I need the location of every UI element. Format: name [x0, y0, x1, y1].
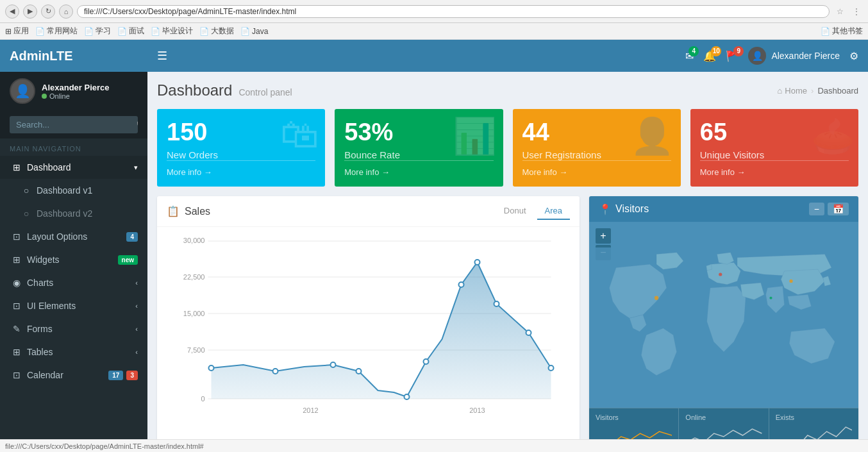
sales-box-header: 📋 Sales Donut Area: [157, 196, 580, 227]
header-user-menu[interactable]: 👤 Alexander Pierce: [748, 47, 840, 65]
reload-button[interactable]: ↻: [41, 4, 55, 19]
breadcrumb: ⌂ Home › Dashboard: [778, 86, 859, 96]
bookmark-common[interactable]: 📄 常用网站: [35, 26, 78, 37]
sales-box: 📋 Sales Donut Area 30,000 22,500: [157, 196, 580, 439]
status-url: file:///C:/Users/cxx/Desktop/page/AdminL…: [5, 442, 204, 450]
charts-chevron: ‹: [135, 279, 138, 287]
svg-text:2013: 2013: [469, 406, 485, 414]
sales-title-text: Sales: [185, 206, 210, 217]
visitors-title-text: Visitors: [615, 203, 649, 215]
bookmark-star[interactable]: ☆: [833, 5, 846, 18]
home-button[interactable]: ⌂: [59, 4, 73, 19]
forms-label: Forms: [27, 324, 53, 334]
orders-more-info[interactable]: More info →: [167, 160, 315, 177]
breadcrumb-home[interactable]: ⌂ Home: [778, 86, 808, 96]
svg-text:22,500: 22,500: [183, 273, 205, 281]
sales-box-title: 📋 Sales: [167, 205, 210, 217]
data-point: [331, 362, 336, 367]
bookmark-apps[interactable]: ⊞ 应用: [5, 26, 29, 37]
data-point: [549, 365, 554, 371]
settings-button[interactable]: ⚙: [849, 50, 858, 62]
data-point: [209, 365, 214, 371]
visitors-icon: 🥧: [811, 119, 855, 154]
bookmarks-bar: ⊞ 应用 📄 常用网站 📄 学习 📄 面试 📄 毕业设计 📄 大数据 📄 Jav…: [0, 23, 868, 40]
orders-icon: 🛍: [280, 115, 319, 154]
online-sparkline: [685, 424, 762, 439]
sidebar-item-forms[interactable]: ✎ Forms ‹: [0, 317, 147, 340]
address-bar[interactable]: file:///C:/Users/cxx/Desktop/page/AdminL…: [77, 5, 830, 18]
sidebar-item-charts[interactable]: ◉ Charts ‹: [0, 271, 147, 294]
bookmark-study[interactable]: 📄 学习: [84, 26, 111, 37]
sidebar-item-dashboard-v1[interactable]: ○ Dashboard v1: [0, 179, 147, 202]
visitors-minimize-button[interactable]: −: [809, 203, 824, 215]
sidebar-user-info: Alexander Pierce Online: [42, 83, 110, 100]
widgets-icon: ⊞: [12, 255, 22, 265]
dashboard-v1-icon: ○: [21, 185, 31, 196]
header: ☰ ✉ 4 🔔 10 🚩 9 👤 Alexander Pierce: [147, 40, 868, 72]
registrations-more-info[interactable]: More info →: [522, 160, 671, 177]
page-subtitle: Control panel: [238, 87, 292, 97]
ui-chevron: ‹: [135, 302, 138, 310]
sidebar-item-widgets[interactable]: ⊞ Widgets new: [0, 248, 147, 271]
visitors-tools: − 📅: [809, 203, 849, 215]
sidebar-item-dashboard[interactable]: ⊞ Dashboard ▾: [0, 156, 147, 179]
svg-point-16: [769, 297, 772, 299]
charts-icon: ◉: [12, 278, 22, 288]
layout-badge: 4: [126, 232, 138, 242]
back-button[interactable]: ◀: [5, 4, 19, 19]
breadcrumb-current: Dashboard: [817, 86, 858, 96]
visitors-sparkline: [596, 424, 672, 439]
stat-box-visitors: 65 Unique Visitors 🥧 More info →: [690, 109, 858, 187]
world-map-svg: [589, 222, 858, 408]
sidebar-item-tables[interactable]: ⊞ Tables ‹: [0, 340, 147, 364]
sidebar-item-left: ⊞ Dashboard: [12, 162, 71, 172]
search-button[interactable]: 🔍: [130, 116, 138, 133]
sales-chart-svg: 30,000 22,500 15,000 7,500 0: [163, 233, 573, 419]
mini-charts: Visitors Online Exists: [589, 408, 858, 439]
forms-chevron: ‹: [135, 325, 138, 333]
data-point: [526, 330, 531, 335]
tab-donut[interactable]: Donut: [496, 203, 534, 220]
messages-button[interactable]: ✉ 4: [685, 50, 694, 62]
bookmark-graduation[interactable]: 📄 毕业设计: [151, 26, 193, 37]
mini-chart-visitors: Visitors: [589, 408, 679, 439]
status-bar: file:///C:/Users/cxx/Desktop/page/AdminL…: [0, 439, 868, 452]
visitors-more-info[interactable]: More info →: [700, 160, 849, 177]
dashboard-v2-icon: ○: [21, 208, 31, 219]
bounce-icon: 📊: [453, 119, 497, 154]
mini-chart-online: Online: [679, 408, 769, 439]
bookmark-interview[interactable]: 📄 面试: [117, 26, 144, 37]
bounce-more-info[interactable]: More info →: [344, 160, 493, 177]
sidebar-toggle-button[interactable]: ☰: [157, 49, 167, 63]
tasks-button[interactable]: 🚩 9: [726, 50, 739, 62]
page-title-section: Dashboard Control panel: [157, 81, 292, 99]
breadcrumb-separator: ›: [811, 86, 814, 96]
forward-button[interactable]: ▶: [23, 4, 37, 19]
calendar-icon: ⊡: [12, 370, 22, 380]
calendar-badge-blue: 17: [108, 371, 123, 380]
svg-text:0: 0: [201, 395, 204, 403]
map-container: + −: [589, 222, 858, 408]
sidebar-item-calendar[interactable]: ⊡ Calendar 17 3: [0, 364, 147, 387]
tab-area[interactable]: Area: [537, 203, 570, 220]
svg-text:15,000: 15,000: [183, 310, 205, 317]
bookmark-java[interactable]: 📄 Java: [240, 27, 268, 36]
widgets-badge: new: [118, 255, 138, 265]
visitors-box: 📍 Visitors − 📅 + −: [589, 196, 858, 439]
sidebar-item-layout-options[interactable]: ⊡ Layout Options 4: [0, 225, 147, 248]
svg-text:30,000: 30,000: [183, 237, 205, 244]
notifications-button[interactable]: 🔔 10: [703, 50, 716, 62]
bookmark-others[interactable]: 📄 其他书签: [821, 26, 863, 37]
bookmark-bigdata[interactable]: 📄 大数据: [199, 26, 234, 37]
mini-chart-exists-label: Exists: [776, 414, 852, 421]
visitors-calendar-button[interactable]: 📅: [828, 203, 849, 215]
visitors-title: 📍 Visitors: [599, 203, 649, 215]
sidebar: AdminLTE 👤 Alexander Pierce Online 🔍 MAI…: [0, 40, 147, 439]
sidebar-item-ui-elements[interactable]: ⊡ UI Elements ‹: [0, 294, 147, 317]
sidebar-item-dashboard-v2[interactable]: ○ Dashboard v2: [0, 202, 147, 225]
search-input[interactable]: [10, 116, 130, 133]
browser-menu[interactable]: ⋮: [850, 5, 863, 18]
tables-chevron: ‹: [135, 348, 138, 356]
data-point: [356, 369, 362, 374]
search-wrap: 🔍: [10, 116, 138, 133]
